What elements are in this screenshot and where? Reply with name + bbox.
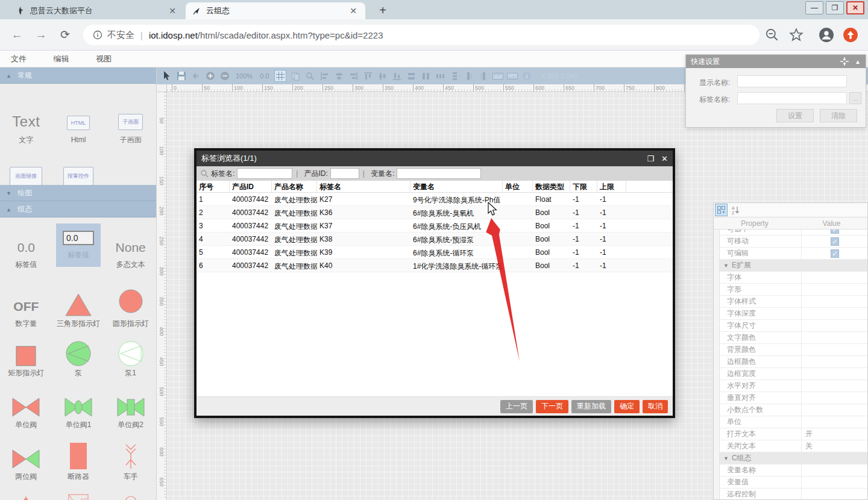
column-header[interactable]: 产品名称 [272,181,317,192]
column-header[interactable]: 上限 [597,181,626,192]
cancel-button[interactable]: 取消 [643,400,668,413]
palette-item-html[interactable]: HTML Html [66,86,92,148]
menu-edit[interactable]: 编辑 [53,51,69,67]
send-back-icon[interactable] [478,70,489,81]
column-header[interactable]: 单位 [503,181,533,192]
ruler-v-tool-icon[interactable] [507,70,518,81]
back-icon[interactable]: ← [10,28,24,42]
palette-item-pump[interactable]: 泵 [64,332,93,381]
property-row[interactable]: 水平对齐 [720,380,867,392]
palette-item-text[interactable]: Text 文字 [11,86,41,148]
property-row[interactable]: 可选中✓ [720,230,867,236]
property-row[interactable]: 边框颜色 [720,356,867,368]
palette-item-knife-switch[interactable]: 刀闸 [16,485,36,500]
palette-item-handcart[interactable]: 车手 [119,433,143,485]
group-collapse-icon[interactable]: ▼ [723,263,729,269]
zoom-out-icon[interactable] [764,27,780,43]
same-height-icon[interactable] [420,70,431,81]
table-row[interactable]: 1400037442废气处理数据采K279号化学洗涤除臭系统-Ph值Float-… [197,193,673,206]
tag-name-search-input[interactable] [237,168,292,179]
table-row[interactable]: 4400037442废气处理数据采K386#除臭系统-预湿泵Bool-1-1 [197,233,673,246]
apply-button[interactable]: 设置 [776,109,814,122]
table-row[interactable]: 5400037442废气处理数据采K396#除臭系统-循环泵Bool-1-1 [197,246,673,259]
property-row[interactable]: 变量名称 [720,464,867,477]
palette-item-tag-value[interactable]: 0.0 标签值 [14,217,38,273]
align-middle-v-icon[interactable] [377,70,388,81]
property-scrollbar[interactable] [714,230,720,499]
confirm-button[interactable]: 确定 [614,400,640,413]
property-row[interactable]: 可移动✓ [720,236,867,248]
prev-page-button[interactable]: 上一页 [500,400,533,413]
property-row[interactable]: 单位 [720,416,867,428]
palette-item-pump1[interactable]: 泵1 [116,332,145,381]
distribute-h-icon[interactable] [435,70,445,81]
categorized-view-icon[interactable] [715,204,728,216]
dialog-titlebar[interactable]: 标签浏览器(1/1) ❒ ✕ [197,151,673,166]
product-id-search-input[interactable] [330,168,359,179]
property-row[interactable]: 字体 [720,272,867,284]
column-header[interactable]: 数据类型 [533,181,570,192]
zoom-out-tool-icon[interactable] [219,70,230,81]
tab2-close-icon[interactable]: ✕ [347,6,359,16]
info-tool-icon[interactable]: i [521,70,532,81]
checkbox-checked-icon[interactable]: ✓ [831,230,839,234]
tab1-close-icon[interactable]: ✕ [166,6,178,16]
align-right-icon[interactable] [348,70,359,81]
copy-tool-icon[interactable] [290,70,301,81]
next-page-button[interactable]: 下一页 [536,400,568,413]
column-header[interactable]: 标签名 [317,181,410,192]
palette-item-two-way-valve[interactable]: 两位阀 [10,433,42,485]
table-row[interactable]: 2400037442废气处理数据采K366#除臭系统-臭氧机Bool-1-1 [197,206,673,219]
column-header[interactable]: 变量名 [410,181,503,192]
property-row[interactable]: 关闭文本关 [720,440,867,452]
property-row[interactable]: 字体样式 [720,296,867,308]
property-row[interactable]: 背景颜色 [720,344,867,356]
property-value[interactable]: ✓ [802,237,867,246]
palette-item-unit-valve2[interactable]: 单位阀2 [115,381,146,433]
property-value[interactable]: 关 [802,440,867,452]
find-tool-icon[interactable] [304,70,315,81]
tag-picker-ellipsis-button[interactable]: ... [849,92,861,104]
sort-az-icon[interactable]: AZ [729,204,741,216]
palette-item-triangle-indicator[interactable]: 三角形指示灯 [55,273,101,332]
property-row[interactable]: 边框宽度 [720,368,867,380]
palette-group-drawing[interactable]: ▼ 绘图 [0,185,157,201]
undo-tool-icon[interactable] [190,70,201,81]
browser-update-icon[interactable] [843,27,858,43]
palette-item-unit-valve1[interactable]: 单位阀1 [63,381,94,433]
column-header[interactable]: 产品ID [230,181,272,192]
menu-view[interactable]: 视图 [96,51,112,67]
property-row[interactable]: 垂直对齐 [720,392,867,404]
palette-item-inverter[interactable]: ACDC 逆变器 [66,485,91,500]
display-name-input[interactable] [737,75,847,87]
dock-icon[interactable] [840,57,849,66]
palette-group-general[interactable]: ▲ 常规 [0,67,157,84]
palette-item-tag-value-selected[interactable]: 0.0 标签值 [55,217,102,273]
same-width-icon[interactable] [406,70,417,81]
bookmark-star-icon[interactable] [788,27,804,43]
column-header[interactable]: 下限 [570,181,597,192]
quick-settings-header[interactable]: 快速设置 ▲ [686,55,866,68]
window-minimize-button[interactable]: — [805,1,823,14]
tag-name-input[interactable] [737,92,847,104]
palette-group-scada[interactable]: ▲ 组态 [0,201,157,217]
property-row[interactable]: 字体尺寸 [720,320,867,332]
property-value[interactable]: 开 [802,428,867,440]
align-center-h-icon[interactable] [333,70,344,81]
clear-button[interactable]: 清除 [820,109,857,122]
property-row[interactable]: 文字颜色 [720,332,867,344]
align-left-icon[interactable] [319,70,330,81]
forward-icon[interactable]: → [34,28,48,42]
browser-tab-1[interactable]: 思普云大数据平台 ✕ [10,2,184,19]
checkbox-checked-icon[interactable]: ✓ [831,249,839,258]
select-cursor-tool-icon[interactable] [162,70,172,81]
new-tab-button[interactable]: + [375,4,391,17]
palette-item-subscreen[interactable]: 子画面 子画面 [117,86,144,148]
column-header[interactable] [626,181,671,192]
browser-tab-2[interactable]: 云组态 ✕ [186,2,365,19]
palette-item-unit-valve[interactable]: 单位阀 [10,381,42,433]
group-collapse-icon[interactable]: ▼ [723,455,729,461]
property-row[interactable]: 打开文本开 [720,428,867,440]
property-row[interactable]: 字形 [720,284,867,296]
property-row[interactable]: 可编辑✓ [720,248,867,260]
